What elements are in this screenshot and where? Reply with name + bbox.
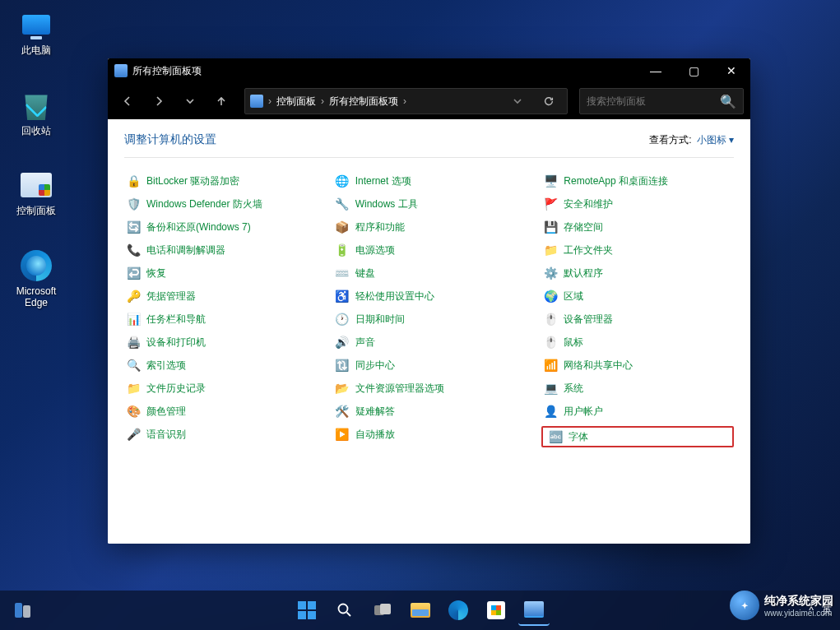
control-panel-item[interactable]: 🖥️RemoteApp 和桌面连接 [541, 173, 734, 189]
control-panel-item[interactable]: 🎨颜色管理 [124, 403, 317, 419]
item-icon: ▶️ [335, 427, 350, 442]
control-panel-item[interactable]: ▶️自动播放 [333, 426, 526, 442]
control-panel-item[interactable]: 🔒BitLocker 驱动器加密 [124, 173, 317, 189]
store-button[interactable] [480, 595, 512, 626]
item-icon: 📦 [335, 220, 350, 234]
address-bar[interactable]: › 控制面板 › 所有控制面板项 › [244, 88, 568, 114]
item-label: 文件资源管理器选项 [355, 382, 444, 396]
watermark-logo-icon: ✦ [730, 591, 759, 620]
view-by-dropdown[interactable]: 小图标 ▾ [697, 133, 734, 147]
control-panel-taskbar-button[interactable] [518, 595, 550, 626]
control-panel-item[interactable]: 📶网络和共享中心 [541, 357, 734, 373]
item-icon: 🛡️ [126, 197, 141, 211]
item-label: 同步中心 [355, 359, 395, 373]
control-panel-item[interactable]: 🖨️设备和打印机 [124, 334, 317, 350]
control-panel-item[interactable]: 🔍索引选项 [124, 357, 317, 373]
control-panel-item[interactable]: 🖱️鼠标 [541, 334, 734, 350]
explorer-button[interactable] [405, 595, 436, 626]
search-button[interactable] [329, 595, 360, 626]
item-label: 自动播放 [355, 428, 395, 442]
control-panel-item[interactable]: 📊任务栏和导航 [124, 311, 317, 327]
control-panel-item[interactable]: 📦程序和功能 [333, 219, 526, 235]
breadcrumb-root[interactable]: 控制面板 [276, 95, 316, 109]
control-panel-item[interactable]: 🚩安全和维护 [541, 196, 734, 212]
control-panel-item[interactable]: 🔃同步中心 [333, 357, 526, 373]
item-label: 轻松使用设置中心 [355, 290, 434, 303]
control-panel-item[interactable]: 🌐Internet 选项 [333, 173, 526, 189]
maximize-button[interactable]: ▢ [675, 58, 712, 83]
control-panel-item[interactable]: ↩️恢复 [124, 265, 317, 281]
item-label: Windows 工具 [355, 197, 418, 211]
refresh-button[interactable] [536, 88, 562, 114]
breadcrumb-sep-icon: › [321, 95, 324, 107]
item-icon: 📶 [543, 358, 558, 373]
item-label: 鼠标 [564, 336, 583, 350]
item-icon: 🔤 [548, 429, 563, 444]
search-input[interactable] [587, 95, 720, 107]
item-label: 任务栏和导航 [146, 313, 206, 327]
control-panel-item[interactable]: 🔑凭据管理器 [124, 288, 317, 304]
search-icon [336, 602, 353, 618]
desktop-icon-this-pc[interactable]: 此电脑 [7, 8, 65, 56]
item-icon: ♿ [335, 289, 350, 303]
address-dropdown[interactable] [504, 88, 531, 114]
windows-logo-icon [298, 601, 316, 619]
item-icon: 🚩 [543, 197, 558, 211]
control-panel-item[interactable]: 📂文件资源管理器选项 [333, 380, 526, 396]
widgets-button[interactable] [7, 595, 38, 626]
item-icon: 🌐 [335, 174, 350, 188]
item-icon: 🖨️ [126, 335, 141, 350]
control-panel-item[interactable]: ⚙️默认程序 [541, 265, 734, 281]
control-panel-item[interactable]: 🔧Windows 工具 [333, 196, 526, 212]
control-panel-item[interactable]: 🛠️疑难解答 [333, 403, 526, 419]
breadcrumb-current[interactable]: 所有控制面板项 [329, 95, 398, 109]
control-panel-item[interactable]: 🕐日期和时间 [333, 311, 526, 327]
view-by-label: 查看方式: [649, 133, 691, 147]
desktop-icon-recycle-bin[interactable]: 回收站 [7, 89, 65, 137]
control-panel-item[interactable]: 🔋电源选项 [333, 242, 526, 258]
item-icon: ⚙️ [543, 266, 558, 280]
item-label: RemoteApp 和桌面连接 [564, 174, 668, 188]
control-panel-item[interactable]: 🔊声音 [333, 334, 526, 350]
item-label: 疑难解答 [355, 405, 395, 419]
search-icon[interactable]: 🔍 [720, 94, 736, 109]
control-panel-item[interactable]: 👤用户帐户 [541, 403, 734, 419]
control-panel-item[interactable]: ♿轻松使用设置中心 [333, 288, 526, 304]
control-panel-item[interactable]: 💾存储空间 [541, 219, 734, 235]
control-panel-item[interactable]: 🔤字体 [541, 426, 734, 447]
taskview-button[interactable] [367, 595, 398, 626]
items-column: 🖥️RemoteApp 和桌面连接🚩安全和维护💾存储空间📁工作文件夹⚙️默认程序… [541, 173, 734, 447]
control-panel-item[interactable]: 📞电话和调制解调器 [124, 242, 317, 258]
desktop-icon-control-panel[interactable]: 控制面板 [7, 169, 65, 216]
control-panel-item[interactable]: 📁文件历史记录 [124, 380, 317, 396]
item-icon: 📂 [335, 381, 350, 396]
control-panel-item[interactable]: 📁工作文件夹 [541, 242, 734, 258]
desktop-icon-label: 此电脑 [21, 44, 51, 56]
item-icon: 🎨 [126, 404, 141, 419]
minimize-button[interactable]: — [637, 58, 675, 83]
item-icon: 💻 [543, 381, 558, 396]
up-button[interactable] [208, 88, 234, 114]
close-button[interactable]: ✕ [712, 58, 750, 83]
control-panel-item[interactable]: 🔄备份和还原(Windows 7) [124, 219, 317, 235]
start-button[interactable] [291, 595, 323, 626]
items-grid: 🔒BitLocker 驱动器加密🛡️Windows Defender 防火墙🔄备… [124, 173, 734, 447]
forward-button[interactable] [146, 88, 172, 114]
control-panel-item[interactable]: 🖱️设备管理器 [541, 311, 734, 327]
control-panel-item[interactable]: ⌨️键盘 [333, 265, 526, 281]
edge-icon [448, 600, 468, 620]
back-button[interactable] [114, 88, 141, 114]
desktop-icon-edge[interactable]: Microsoft Edge [7, 249, 65, 309]
control-panel-item[interactable]: 🎤语音识别 [124, 426, 317, 442]
recent-dropdown[interactable] [177, 88, 203, 114]
control-panel-item[interactable]: 💻系统 [541, 380, 734, 396]
window-icon [114, 64, 128, 77]
search-box[interactable]: 🔍 [579, 88, 744, 114]
item-label: 用户帐户 [564, 405, 603, 419]
control-panel-item[interactable]: 🛡️Windows Defender 防火墙 [124, 196, 317, 212]
edge-button[interactable] [443, 595, 474, 626]
item-label: 颜色管理 [146, 405, 186, 419]
item-label: 语音识别 [146, 428, 186, 442]
control-panel-item[interactable]: 🌍区域 [541, 288, 734, 304]
item-label: 声音 [355, 336, 375, 350]
